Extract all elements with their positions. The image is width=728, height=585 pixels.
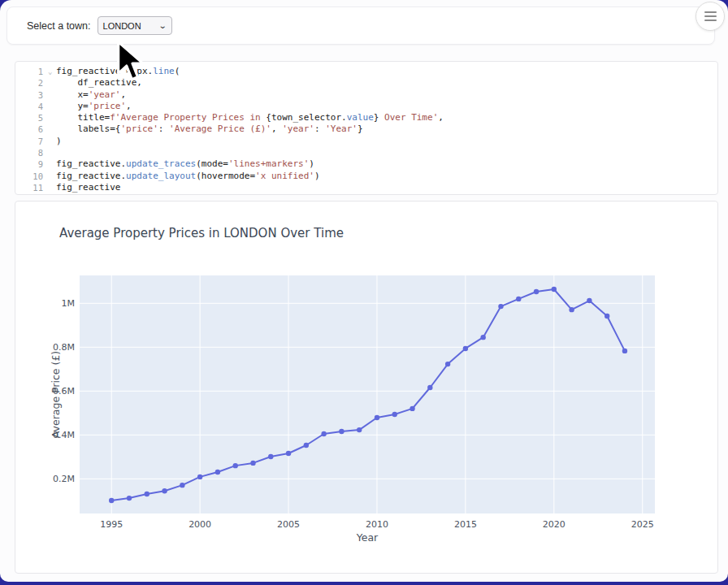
- code-line[interactable]: 10fig_reactive.update_layout(hovermode='…: [15, 171, 717, 182]
- data-point-marker: [215, 470, 220, 474]
- data-point-marker: [109, 498, 114, 503]
- data-point-marker: [552, 287, 557, 292]
- plot-background: [80, 275, 655, 514]
- x-tick-label: 2015: [448, 519, 483, 530]
- data-point-marker: [233, 463, 238, 468]
- fold-gutter: [48, 147, 56, 158]
- data-point-marker: [286, 451, 291, 456]
- fold-gutter: [48, 182, 56, 193]
- data-point-marker: [410, 406, 414, 411]
- mouse-cursor-icon: [115, 41, 150, 83]
- data-point-marker: [516, 297, 521, 301]
- code-line[interactable]: 9fig_reactive.update_traces(mode='lines+…: [15, 158, 717, 170]
- data-point-marker: [268, 454, 273, 459]
- code-text: ): [56, 136, 62, 147]
- fold-gutter: [48, 101, 56, 112]
- data-point-marker: [622, 349, 627, 353]
- code-editor[interactable]: 1⌄fig_reactive = px.line(2 df_reactive,3…: [15, 66, 717, 193]
- code-line[interactable]: 5 title=f'Average Property Prices in {to…: [15, 112, 717, 124]
- line-number: 6: [15, 124, 48, 135]
- x-tick-label: 2010: [359, 519, 395, 530]
- x-axis-title: Year: [80, 531, 655, 544]
- code-line[interactable]: 3 x='year',: [15, 89, 717, 101]
- hamburger-icon: [704, 20, 717, 21]
- data-point-marker: [375, 415, 379, 420]
- line-number: 5: [15, 112, 48, 124]
- data-point-marker: [427, 385, 432, 390]
- data-point-marker: [604, 314, 609, 318]
- line-number: 3: [15, 89, 48, 101]
- line-number: 1: [15, 66, 48, 77]
- line-number: 4: [15, 101, 48, 112]
- chevron-down-icon: ⌄: [158, 21, 167, 30]
- y-tick-label: 0.6M: [42, 386, 75, 396]
- data-point-marker: [587, 298, 592, 303]
- data-point-marker: [145, 492, 150, 496]
- y-tick-label: 1M: [42, 298, 75, 309]
- notebook-app: Select a town: LONDON ⌄ 1⌄fig_reactive =…: [0, 0, 728, 582]
- data-point-marker: [250, 461, 255, 466]
- code-text: x='year',: [56, 89, 126, 101]
- code-text: labels={'price': 'Average Price (£)', 'y…: [56, 124, 363, 135]
- line-number: 9: [15, 158, 48, 170]
- fold-gutter: [48, 89, 56, 101]
- fold-gutter: [48, 112, 56, 124]
- line-number: 10: [15, 171, 48, 182]
- data-point-marker: [357, 427, 362, 432]
- plotly-chart[interactable]: Average Price (£) Year 0.2M0.4M0.6M0.8M1…: [15, 202, 719, 574]
- data-point-marker: [445, 362, 450, 366]
- x-tick-label: 2025: [625, 519, 661, 530]
- hamburger-menu-button[interactable]: [696, 2, 725, 31]
- data-point-marker: [162, 488, 167, 493]
- code-line[interactable]: 8: [15, 147, 717, 158]
- fold-arrow-icon[interactable]: ⌄: [48, 66, 56, 77]
- fold-gutter: [48, 77, 56, 89]
- hamburger-icon: [704, 11, 717, 13]
- fold-gutter: [48, 171, 56, 182]
- data-point-marker: [498, 304, 503, 309]
- data-point-marker: [197, 474, 202, 479]
- line-number: 7: [15, 136, 48, 147]
- code-text: fig_reactive.update_traces(mode='lines+m…: [56, 158, 314, 170]
- town-select-dropdown[interactable]: LONDON ⌄: [98, 16, 172, 35]
- widget-bar: Select a town: LONDON ⌄: [6, 6, 715, 45]
- code-line[interactable]: 4 y='price',: [15, 101, 717, 112]
- chart-output-cell: Average Property Prices in LONDON Over T…: [15, 201, 718, 574]
- data-point-marker: [463, 346, 468, 351]
- code-line[interactable]: 6 labels={'price': 'Average Price (£)', …: [15, 124, 717, 135]
- y-tick-label: 0.4M: [42, 430, 75, 440]
- fold-gutter: [48, 124, 56, 135]
- x-tick-label: 2020: [536, 519, 572, 530]
- plot-area[interactable]: [80, 275, 655, 514]
- data-point-marker: [127, 496, 132, 500]
- x-tick-label: 2005: [271, 519, 306, 530]
- code-text: title=f'Average Property Prices in {town…: [56, 112, 444, 124]
- code-text: fig_reactive.update_layout(hovermode='x …: [56, 171, 320, 182]
- data-point-marker: [569, 307, 574, 312]
- line-number: 2: [15, 77, 48, 89]
- x-tick-label: 2000: [182, 519, 218, 530]
- code-line[interactable]: 11fig_reactive: [15, 182, 717, 193]
- line-number: 8: [15, 147, 48, 158]
- line-number: 11: [15, 182, 48, 193]
- data-point-marker: [534, 289, 539, 294]
- data-point-marker: [339, 429, 344, 434]
- hamburger-icon: [704, 15, 717, 17]
- fold-gutter: [48, 136, 56, 147]
- fold-gutter: [48, 158, 56, 170]
- code-line[interactable]: 7): [15, 136, 717, 147]
- data-point-marker: [392, 412, 397, 417]
- data-point-marker: [480, 335, 485, 340]
- data-point-marker: [321, 431, 326, 436]
- town-select-value: LONDON: [103, 21, 141, 31]
- y-tick-label: 0.8M: [42, 342, 75, 353]
- town-select-label: Select a town:: [27, 20, 91, 32]
- code-text: y='price',: [56, 101, 132, 112]
- y-tick-label: 0.2M: [42, 474, 75, 484]
- x-tick-label: 1995: [93, 519, 129, 530]
- data-point-marker: [180, 483, 184, 488]
- code-text: fig_reactive: [56, 182, 120, 193]
- data-point-marker: [304, 443, 309, 448]
